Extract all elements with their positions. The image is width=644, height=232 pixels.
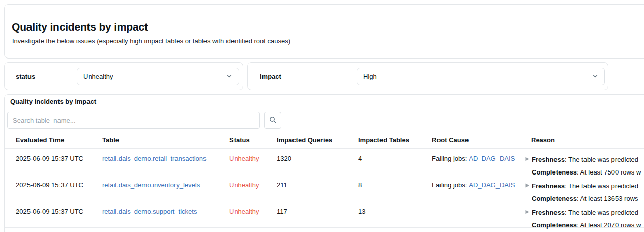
impact-filter-label: impact bbox=[260, 73, 281, 80]
impacted-tables: 8 bbox=[358, 175, 432, 189]
impacted-queries: 117 bbox=[277, 201, 358, 215]
evaluated-time: 2025-06-09 15:37 UTC bbox=[16, 201, 102, 215]
col-evaluated-time[interactable]: Evaluated Time bbox=[16, 132, 102, 144]
search-button[interactable] bbox=[264, 112, 281, 129]
status-badge: Unhealthy bbox=[229, 175, 277, 189]
status-badge: Unhealthy bbox=[229, 149, 277, 162]
chevron-down-icon bbox=[592, 72, 598, 81]
widget-title: Quality Incidents by impact bbox=[10, 98, 96, 105]
reason-line: Freshness: The table was predicted bbox=[532, 153, 641, 166]
col-status[interactable]: Status bbox=[229, 132, 277, 144]
evaluated-time: 2025-06-09 15:37 UTC bbox=[16, 175, 102, 189]
chevron-down-icon bbox=[226, 72, 232, 81]
root-cause: Failing jobs: AD_DAG_DAIS bbox=[432, 175, 531, 189]
search-icon bbox=[269, 116, 277, 125]
root-cause: Failing jobs: AD_DAG_DAIS bbox=[432, 149, 531, 162]
header-card: Quality incidents by impact Investigate … bbox=[4, 4, 644, 59]
reason: Freshness: The table was predicted Compl… bbox=[531, 201, 644, 231]
reason-line: Freshness: The table was predicted bbox=[532, 206, 641, 219]
expand-caret-icon[interactable] bbox=[525, 206, 532, 231]
reason: Freshness: The table was predicted Compl… bbox=[531, 175, 644, 205]
reason-line: Freshness: The table was predicted bbox=[532, 180, 638, 192]
table-body: 2025-06-09 15:37 UTC retail.dais_demo.re… bbox=[5, 149, 644, 228]
impact-filter-card: impact High bbox=[247, 62, 608, 90]
search-input[interactable] bbox=[7, 112, 260, 129]
table-row: 2025-06-09 15:37 UTC retail.dais_demo.su… bbox=[5, 201, 644, 228]
impacted-tables: 4 bbox=[358, 149, 432, 162]
col-reason[interactable]: Reason bbox=[531, 132, 644, 144]
status-badge: Unhealthy bbox=[229, 201, 277, 215]
impact-filter-select[interactable]: High bbox=[357, 68, 605, 85]
col-table[interactable]: Table bbox=[102, 132, 229, 144]
table-header-row: Evaluated Time Table Status Impacted Que… bbox=[5, 132, 644, 149]
reason-line: Completeness: At least 2070 rows w bbox=[532, 219, 641, 231]
status-filter-card: status Unhealthy bbox=[4, 62, 243, 90]
table-row: 2025-06-09 15:37 UTC retail.dais_demo.in… bbox=[5, 175, 644, 201]
root-cause bbox=[432, 201, 531, 208]
col-impacted-tables[interactable]: Impacted Tables bbox=[358, 132, 432, 144]
failing-job-link[interactable]: AD_DAG_DAIS bbox=[469, 181, 515, 189]
page-subtitle: Investigate the below issues (especially… bbox=[12, 37, 290, 45]
table-link[interactable]: retail.dais_demo.support_tickets bbox=[102, 208, 197, 215]
impacted-queries: 1320 bbox=[277, 149, 358, 162]
status-filter-label: status bbox=[16, 73, 35, 80]
reason: Freshness: The table was predicted Compl… bbox=[531, 149, 644, 179]
table-link[interactable]: retail.dais_demo.inventory_levels bbox=[102, 181, 200, 189]
page-title: Quality incidents by impact bbox=[12, 21, 148, 33]
col-impacted-queries[interactable]: Impacted Queries bbox=[277, 132, 358, 144]
status-filter-value: Unhealthy bbox=[83, 73, 226, 80]
status-filter-select[interactable]: Unhealthy bbox=[77, 68, 239, 85]
impact-filter-value: High bbox=[363, 73, 592, 80]
evaluated-time: 2025-06-09 15:37 UTC bbox=[16, 149, 102, 162]
failing-job-link[interactable]: AD_DAG_DAIS bbox=[469, 155, 515, 162]
table-link[interactable]: retail.dais_demo.retail_transactions bbox=[102, 155, 207, 162]
impacted-queries: 211 bbox=[277, 175, 358, 189]
table-row: 2025-06-09 15:37 UTC retail.dais_demo.re… bbox=[5, 149, 644, 175]
incidents-table-card: Quality Incidents by impact Evaluated Ti… bbox=[4, 94, 644, 232]
impacted-tables: 13 bbox=[358, 201, 432, 215]
col-root-cause[interactable]: Root Cause bbox=[432, 132, 531, 144]
